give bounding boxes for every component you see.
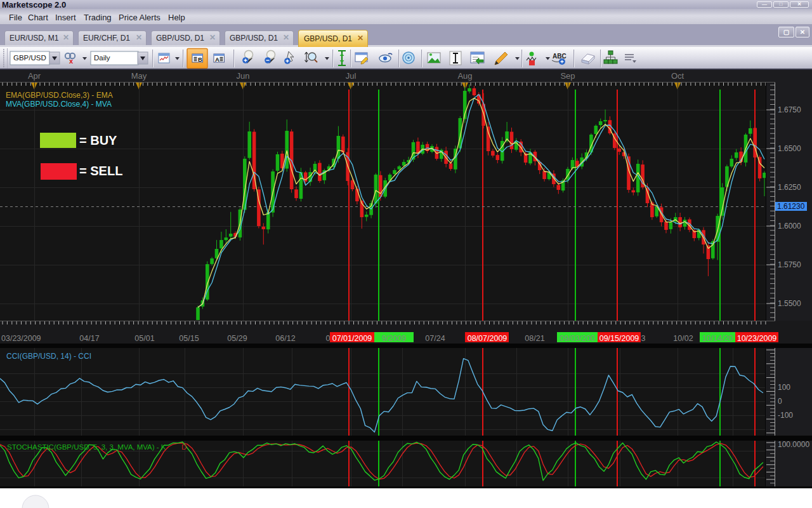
svg-text:ABC: ABC (553, 53, 566, 60)
svg-text:B: B (198, 56, 202, 63)
svg-text:1.61230: 1.61230 (777, 202, 805, 211)
svg-text:x: x (69, 57, 74, 65)
svg-text:Apr: Apr (28, 71, 41, 81)
svg-text:3: 3 (641, 334, 646, 343)
svg-text:0: 0 (326, 334, 331, 343)
svg-text:Jul: Jul (346, 71, 357, 81)
svg-text:1.5750: 1.5750 (778, 260, 801, 269)
svg-text:04/17: 04/17 (79, 334, 99, 343)
svg-text:= BUY: = BUY (79, 133, 117, 147)
svg-text:08/07/2009: 08/07/2009 (468, 334, 508, 343)
svg-text:May: May (131, 71, 147, 81)
svg-text:07/01/2009: 07/01/2009 (332, 334, 372, 343)
svg-text:08/21: 08/21 (525, 334, 544, 343)
svg-text:09/03/200: 09/03/200 (560, 334, 595, 343)
svg-text:03/23/2009: 03/23/2009 (1, 334, 41, 343)
svg-text:1.6500: 1.6500 (778, 144, 801, 153)
svg-text:1.6250: 1.6250 (778, 183, 801, 192)
svg-text:Oct: Oct (671, 71, 684, 81)
svg-text:10/23/2009: 10/23/2009 (737, 334, 777, 343)
svg-text:07/24: 07/24 (425, 334, 445, 343)
svg-text:= SELL: = SELL (79, 164, 122, 178)
svg-text:05/15: 05/15 (179, 334, 199, 343)
svg-text:9/2009: 9/2009 (382, 334, 406, 343)
svg-text:1.6000: 1.6000 (778, 222, 801, 231)
svg-text:100.0000: 100.0000 (778, 440, 809, 449)
svg-text:CCI(GBP/USD, 14) - CCI: CCI(GBP/USD, 14) - CCI (6, 352, 91, 361)
svg-text:STOCHASTIC(GBP/USD, 5, 3, 3, M: STOCHASTIC(GBP/USD, 5, 3, 3, MVA, MVA) -… (7, 443, 166, 451)
svg-text:Jun: Jun (237, 71, 250, 81)
svg-text:1.5500: 1.5500 (778, 299, 801, 308)
svg-text:1.6750: 1.6750 (778, 105, 801, 114)
svg-text:05/29: 05/29 (227, 334, 247, 343)
svg-text:09/15/2009: 09/15/2009 (599, 334, 639, 343)
svg-text:-100: -100 (778, 411, 793, 420)
svg-text:100: 100 (778, 383, 790, 392)
svg-text:10/02: 10/02 (673, 334, 693, 343)
svg-text:MVA(GBP/USD.Close,4) - MVA: MVA(GBP/USD.Close,4) - MVA (6, 100, 112, 109)
svg-text:A: A (215, 56, 219, 63)
svg-text:GBP/USD: GBP/USD (13, 54, 46, 62)
svg-text:0: 0 (778, 397, 782, 406)
svg-text:06/12: 06/12 (275, 334, 295, 343)
svg-text:10/14/20: 10/14/20 (702, 334, 733, 343)
svg-text:D: D (181, 443, 187, 451)
svg-text:Sep: Sep (560, 71, 575, 81)
svg-text:Daily: Daily (94, 54, 110, 62)
svg-text:EMA(GBP/USD.Close,3) - EMA: EMA(GBP/USD.Close,3) - EMA (6, 91, 113, 100)
svg-text:05/01: 05/01 (134, 334, 154, 343)
svg-text:Aug: Aug (457, 71, 472, 81)
